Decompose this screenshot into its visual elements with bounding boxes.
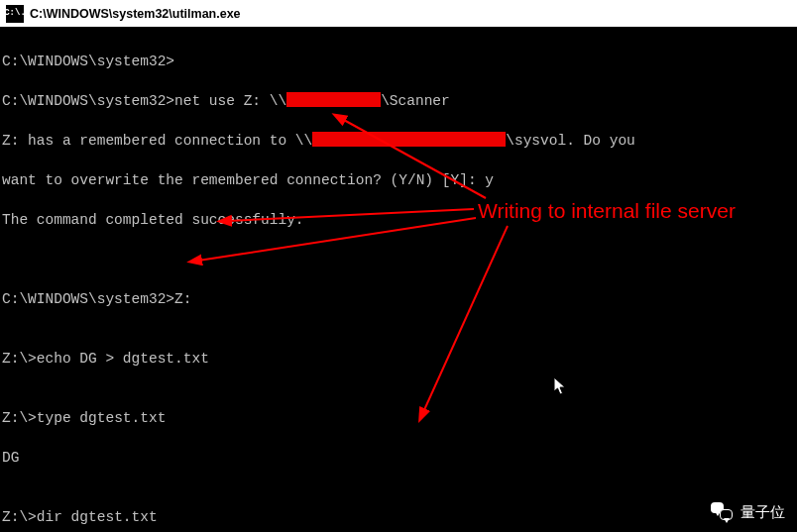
prompt: Z:\>	[2, 351, 37, 367]
titlebar-text: C:\WINDOWS\system32\utilman.exe	[30, 7, 241, 21]
cmd-icon: C:\.	[6, 5, 24, 23]
cmd-icon-label: C:\.	[4, 9, 26, 18]
titlebar[interactable]: C:\. C:\WINDOWS\system32\utilman.exe	[0, 0, 797, 28]
cmd-text: echo DG > dgtest.txt	[37, 351, 209, 367]
watermark-text: 量子位	[740, 502, 785, 522]
terminal-line: Z:\>dir dgtest.txt	[2, 507, 795, 527]
watermark-chat-icon	[711, 502, 735, 522]
watermark: 量子位	[711, 502, 785, 522]
terminal-line: DG	[2, 448, 795, 468]
prompt: C:\WINDOWS\system32>	[2, 93, 174, 109]
terminal-line: Z: has a remembered connection to \\\sys…	[2, 131, 795, 151]
terminal-line: C:\WINDOWS\system32>Z:	[2, 289, 795, 309]
terminal-line: C:\WINDOWS\system32>	[2, 52, 795, 71]
prompt: C:\WINDOWS\system32>	[2, 53, 174, 69]
cmd-text: Z:	[174, 291, 191, 307]
cmd-text: dir dgtest.txt	[37, 509, 158, 525]
terminal-line: Z:\>type dgtest.txt	[2, 408, 795, 428]
cmd-text: net use Z: \\	[174, 93, 286, 109]
redaction-box	[312, 132, 506, 147]
annotation-label: Writing to internal file server	[478, 201, 736, 221]
cmd-text: type dgtest.txt	[37, 410, 167, 426]
terminal-line: Z:\>echo DG > dgtest.txt	[2, 349, 795, 369]
prompt: Z:\>	[2, 509, 37, 525]
output-text: Z: has a remembered connection to \\	[2, 133, 312, 149]
svg-line-3	[423, 226, 508, 412]
prompt: C:\WINDOWS\system32>	[2, 291, 174, 307]
cmd-text: \Scanner	[381, 93, 450, 109]
prompt: Z:\>	[2, 410, 37, 426]
redaction-box	[286, 92, 381, 107]
terminal-line: C:\WINDOWS\system32>net use Z: \\\Scanne…	[2, 91, 795, 111]
window-frame: C:\. C:\WINDOWS\system32\utilman.exe C:\…	[0, 0, 797, 532]
terminal-body[interactable]: C:\WINDOWS\system32> C:\WINDOWS\system32…	[0, 28, 797, 532]
mouse-cursor-icon	[553, 376, 567, 396]
output-text: \sysvol. Do you	[506, 133, 635, 149]
terminal-line: want to overwrite the remembered connect…	[2, 170, 795, 190]
